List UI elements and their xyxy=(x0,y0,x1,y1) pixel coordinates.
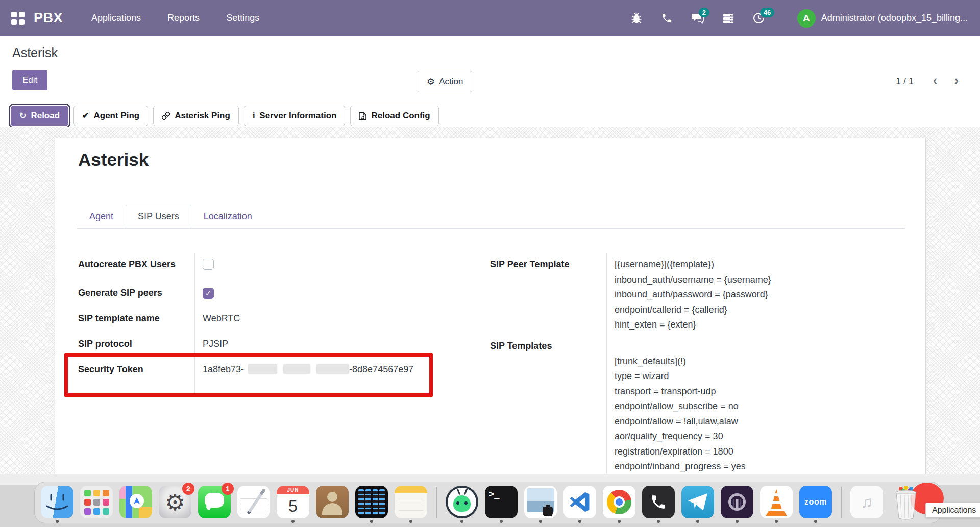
form-view-background: Asterisk Agent SIP Users Localization Au… xyxy=(0,127,980,474)
redacted-block xyxy=(248,364,277,374)
dock-notes-icon[interactable] xyxy=(237,486,270,518)
field-row: SIP Peer Template [{username}]({template… xyxy=(490,253,857,335)
applications-tooltip[interactable]: Applications xyxy=(925,503,980,518)
edit-button[interactable]: Edit xyxy=(12,70,47,90)
field-row: Generate SIP peers ✓ xyxy=(78,282,425,307)
running-indicator xyxy=(775,520,778,523)
reload-config-button[interactable]: Reload Config xyxy=(350,106,438,126)
sip-template-name-label: SIP template name xyxy=(78,307,194,333)
dock-contacts-icon[interactable] xyxy=(316,486,349,518)
dock-vscode-icon[interactable] xyxy=(564,486,596,518)
running-indicator xyxy=(736,520,739,523)
sip-protocol-label: SIP protocol xyxy=(78,333,194,358)
calendar-day: 5 xyxy=(277,494,309,518)
messages-icon[interactable]: 2 xyxy=(691,12,704,25)
security-token-label: Security Token xyxy=(78,358,194,395)
field-row: Autocreate PBX Users ✓ xyxy=(78,253,425,282)
check-icon: ✔ xyxy=(82,112,89,120)
record-title: Asterisk xyxy=(78,149,149,170)
asterisk-ping-button[interactable]: Asterisk Ping xyxy=(153,106,239,126)
left-field-group: Autocreate PBX Users ✓ Generate SIP peer… xyxy=(78,253,425,395)
menu-applications[interactable]: Applications xyxy=(91,13,141,23)
dock-calendar-icon[interactable]: JUN 5 xyxy=(277,486,309,518)
user-menu[interactable]: A Administrator (odoopbx_15_billing... xyxy=(797,9,968,28)
sip-templates-value: [trunk_defaults](!) type = wizard transp… xyxy=(606,335,857,474)
running-indicator xyxy=(370,520,373,523)
dock-terminal-icon[interactable]: >_ xyxy=(485,486,518,518)
dock-maps-icon[interactable] xyxy=(119,486,152,518)
dock-messages-icon[interactable]: 1 xyxy=(198,486,231,518)
dock-power-app-icon[interactable] xyxy=(721,486,753,518)
messages-dock-badge: 1 xyxy=(222,483,234,495)
messages-badge: 2 xyxy=(699,8,709,17)
right-field-group: SIP Peer Template [{username}]({template… xyxy=(490,253,857,474)
dock-chrome-icon[interactable] xyxy=(603,486,635,518)
menu-reports[interactable]: Reports xyxy=(167,13,200,23)
autocreate-pbx-users-checkbox[interactable]: ✓ xyxy=(203,259,214,270)
user-name: Administrator (odoopbx_15_billing... xyxy=(821,13,968,23)
dock-vlc-icon[interactable] xyxy=(760,486,793,518)
field-row: SIP protocol PJSIP xyxy=(78,333,425,358)
info-icon: i xyxy=(253,112,255,120)
dock-divider xyxy=(841,487,842,518)
running-indicator xyxy=(657,520,660,523)
dock-phone-icon[interactable] xyxy=(642,486,675,518)
menu-settings[interactable]: Settings xyxy=(226,13,259,23)
main-menu: Applications Reports Settings xyxy=(91,13,259,23)
pager-next-icon[interactable]: › xyxy=(954,74,959,87)
file-refresh-icon xyxy=(359,112,366,120)
activity-clock-icon[interactable]: 46 xyxy=(752,12,766,25)
action-button[interactable]: ⚙ Action xyxy=(418,71,472,92)
desktop-bottom: ⚙ 2 1 JUN 5 xyxy=(0,474,980,527)
dock-image-tool-icon[interactable] xyxy=(524,486,557,518)
autocreate-pbx-users-label: Autocreate PBX Users xyxy=(78,253,194,282)
dock-music-icon[interactable]: ♫ xyxy=(850,486,883,518)
running-indicator xyxy=(578,520,581,523)
notebook-tabs: Agent SIP Users Localization xyxy=(77,205,905,229)
desktop: PBX Applications Reports Settings 2 xyxy=(0,0,980,527)
server-icon[interactable] xyxy=(722,12,735,25)
top-navbar: PBX Applications Reports Settings 2 xyxy=(0,0,980,36)
running-indicator xyxy=(56,520,59,523)
security-token-value: 1a8feb73--8d8e74567e97 xyxy=(194,358,425,395)
breadcrumb[interactable]: Asterisk xyxy=(12,45,58,60)
dock-telegram-icon[interactable] xyxy=(681,486,714,518)
running-indicator xyxy=(696,520,699,523)
phone-icon[interactable] xyxy=(660,12,674,25)
dock-trash-icon[interactable] xyxy=(890,486,926,518)
dock-launchpad-icon[interactable] xyxy=(80,486,113,518)
dock-finder-icon[interactable] xyxy=(41,486,74,518)
sip-templates-label: SIP Templates xyxy=(490,335,606,474)
server-information-button[interactable]: i Server Information xyxy=(244,106,346,126)
field-row: SIP Templates [trunk_defaults](!) type =… xyxy=(490,335,857,474)
running-indicator xyxy=(618,520,621,523)
redacted-block xyxy=(283,364,310,374)
pager-previous-icon[interactable]: ‹ xyxy=(933,74,937,87)
calendar-month: JUN xyxy=(277,486,309,494)
sip-protocol-value: PJSIP xyxy=(194,333,425,358)
pager: 1 / 1 xyxy=(896,76,914,87)
reload-button[interactable]: ↻ Reload xyxy=(11,106,68,126)
dock-stickies-icon[interactable] xyxy=(395,486,427,518)
avatar: A xyxy=(797,9,816,28)
smart-buttons: ↻ Reload ✔ Agent Ping Asterisk Ping i Se… xyxy=(11,106,439,126)
link-icon xyxy=(162,112,170,120)
dock-divider xyxy=(436,487,437,518)
dock-zoom-icon[interactable]: zoom xyxy=(799,486,832,518)
dock-server-racks-icon[interactable] xyxy=(355,486,388,518)
tab-localization[interactable]: Localization xyxy=(191,205,264,228)
sip-peer-template-label: SIP Peer Template xyxy=(490,253,606,335)
generate-sip-peers-checkbox[interactable]: ✓ xyxy=(203,288,214,299)
dock-android-emulator-icon[interactable] xyxy=(446,486,478,518)
sip-peer-template-value: [{username}]({template}) inbound_auth/us… xyxy=(606,253,857,335)
dock-system-settings-icon[interactable]: ⚙ 2 xyxy=(159,486,191,518)
tab-agent[interactable]: Agent xyxy=(77,205,126,228)
apps-grid-icon[interactable] xyxy=(11,12,24,25)
bug-icon[interactable] xyxy=(630,12,643,25)
tab-sip-users[interactable]: SIP Users xyxy=(126,205,191,228)
app-brand[interactable]: PBX xyxy=(34,10,63,26)
generate-sip-peers-label: Generate SIP peers xyxy=(78,282,194,307)
zoom-label: zoom xyxy=(799,486,832,518)
agent-ping-button[interactable]: ✔ Agent Ping xyxy=(74,106,148,126)
running-indicator xyxy=(500,520,503,523)
